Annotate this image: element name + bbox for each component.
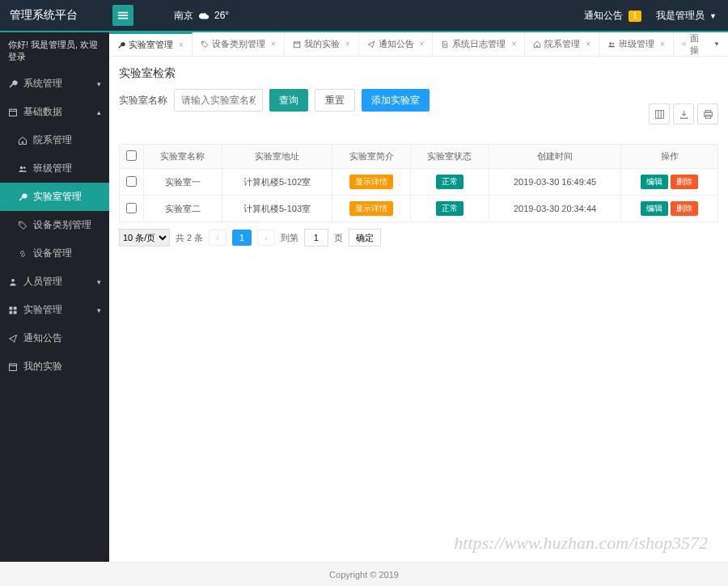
col-header-1: 实验室名称 <box>144 145 222 169</box>
tab-5[interactable]: 院系管理× <box>525 32 599 56</box>
pager-total: 共 2 条 <box>176 232 203 244</box>
pagination: 10 条/页 共 2 条 ‹ 1 › 到第 页 确定 <box>119 229 718 247</box>
pager-goto-input[interactable] <box>304 229 328 247</box>
close-icon[interactable]: × <box>586 40 590 48</box>
cell-addr: 计算机楼5-103室 <box>222 196 332 222</box>
sidebar-item-4[interactable]: 实验室管理 <box>0 183 109 211</box>
row-checkbox[interactable] <box>126 203 137 213</box>
sidebar-item-7[interactable]: 人员管理▾ <box>0 268 109 296</box>
weather-widget: 南京 26° <box>174 9 229 23</box>
svg-rect-0 <box>10 109 17 116</box>
tab-0[interactable]: 实验室管理× <box>109 32 193 56</box>
page-title: 实验室检索 <box>119 66 718 81</box>
svg-rect-11 <box>294 41 300 47</box>
sidebar-greeting: 你好! 我是管理员, 欢迎登录 <box>0 32 109 70</box>
columns-button[interactable] <box>649 103 670 124</box>
pager-page-1[interactable]: 1 <box>232 230 252 246</box>
sidebar-item-9[interactable]: 通知公告 <box>0 324 109 352</box>
lab-table: 实验室名称实验室地址实验室简介实验室状态创建时间操作 实验室一计算机楼5-102… <box>119 144 718 222</box>
sidebar-item-6[interactable]: 设备管理 <box>0 239 109 268</box>
app-logo: 管理系统平台 <box>0 8 109 23</box>
sidebar-item-0[interactable]: 系统管理▾ <box>0 70 109 98</box>
user-label: 我是管理员 <box>656 10 705 21</box>
tab-6[interactable]: 班级管理× <box>599 32 674 56</box>
footer: Copyright © 2019 <box>0 562 728 586</box>
col-header-2: 实验室地址 <box>222 145 332 169</box>
close-icon[interactable]: × <box>271 40 276 48</box>
tab-operations[interactable]: 页面操作 ▼ <box>674 32 728 56</box>
pager-prev[interactable]: ‹ <box>209 230 226 246</box>
detail-button[interactable]: 显示详情 <box>349 201 393 216</box>
reset-button[interactable]: 重置 <box>315 89 355 112</box>
tab-bar: 实验室管理×设备类别管理×我的实验×通知公告×系统日志管理×院系管理×班级管理×… <box>109 32 728 57</box>
columns-icon <box>654 109 665 120</box>
sidebar-item-label: 设备类别管理 <box>33 218 91 232</box>
sidebar-item-label: 我的实验 <box>23 360 62 373</box>
pager-confirm[interactable]: 确定 <box>349 229 381 247</box>
user-menu[interactable]: 我是管理员 ▼ <box>656 9 717 23</box>
svg-point-4 <box>11 278 15 281</box>
close-icon[interactable]: × <box>660 40 665 48</box>
page-size-select[interactable]: 10 条/页 <box>119 229 170 247</box>
tab-4[interactable]: 系统日志管理× <box>433 32 525 56</box>
tab-label: 班级管理 <box>619 38 654 50</box>
svg-point-1 <box>20 166 23 168</box>
sidebar-item-label: 实验管理 <box>23 303 62 317</box>
status-badge: 正常 <box>436 201 463 216</box>
query-button[interactable]: 查询 <box>269 89 308 112</box>
sidebar-item-2[interactable]: 院系管理 <box>0 126 109 154</box>
menu-icon <box>117 10 129 21</box>
sidebar-item-5[interactable]: 设备类别管理 <box>0 211 109 239</box>
delete-button[interactable]: 删除 <box>671 201 698 216</box>
cell-time: 2019-03-30 16:49:45 <box>489 169 621 196</box>
svg-point-3 <box>20 223 22 225</box>
chevron-icon: ▾ <box>97 306 101 314</box>
edit-button[interactable]: 编辑 <box>641 201 668 216</box>
sidebar-item-10[interactable]: 我的实验 <box>0 352 109 381</box>
cloud-icon <box>198 10 210 21</box>
sidebar-item-label: 实验室管理 <box>33 190 82 204</box>
add-lab-button[interactable]: 添加实验室 <box>362 89 430 112</box>
notice-link[interactable]: 通知公告 1 <box>584 9 641 23</box>
print-icon <box>703 109 713 120</box>
tab-label: 通知公告 <box>379 38 414 50</box>
tab-label: 院系管理 <box>544 38 580 50</box>
cell-name: 实验室一 <box>144 169 222 196</box>
topbar: 管理系统平台 南京 26° 通知公告 1 我是管理员 ▼ <box>0 0 728 32</box>
sidebar-item-8[interactable]: 实验管理▾ <box>0 296 109 324</box>
close-icon[interactable]: × <box>179 40 184 49</box>
row-checkbox[interactable] <box>126 176 137 187</box>
main-area: 实验室管理×设备类别管理×我的实验×通知公告×系统日志管理×院系管理×班级管理×… <box>109 32 728 562</box>
sidebar-item-1[interactable]: 基础数据▴ <box>0 98 109 126</box>
export-button[interactable] <box>673 103 694 124</box>
tab-label: 系统日志管理 <box>452 38 506 50</box>
sidebar-item-label: 基础数据 <box>23 105 62 119</box>
sidebar-toggle[interactable] <box>112 5 133 26</box>
edit-button[interactable]: 编辑 <box>641 175 668 189</box>
svg-point-10 <box>202 42 203 43</box>
tab-2[interactable]: 我的实验× <box>285 32 359 56</box>
pager-next[interactable]: › <box>257 230 275 246</box>
print-button[interactable] <box>697 103 718 124</box>
close-icon[interactable]: × <box>420 40 425 48</box>
close-icon[interactable]: × <box>511 40 516 48</box>
sidebar-item-label: 通知公告 <box>23 331 62 345</box>
delete-button[interactable]: 删除 <box>671 175 698 189</box>
tab-1[interactable]: 设备类别管理× <box>193 32 285 56</box>
sidebar-item-3[interactable]: 班级管理 <box>0 154 109 183</box>
sidebar: 你好! 我是管理员, 欢迎登录 系统管理▾基础数据▴院系管理班级管理实验室管理设… <box>0 32 109 562</box>
status-badge: 正常 <box>436 175 463 189</box>
export-icon <box>679 109 689 120</box>
lab-name-input[interactable] <box>174 89 263 112</box>
sidebar-item-label: 系统管理 <box>23 77 62 91</box>
select-all-checkbox[interactable] <box>126 150 137 161</box>
close-icon[interactable]: × <box>345 40 350 48</box>
tab-label: 实验室管理 <box>129 39 173 51</box>
col-header-5: 创建时间 <box>489 145 621 169</box>
search-label: 实验室名称 <box>119 94 167 108</box>
tab-3[interactable]: 通知公告× <box>359 32 434 56</box>
col-header-6: 操作 <box>621 145 718 169</box>
table-row: 实验室一计算机楼5-102室显示详情正常2019-03-30 16:49:45编… <box>120 169 718 196</box>
detail-button[interactable]: 显示详情 <box>349 175 393 189</box>
chevron-down-icon: ▼ <box>709 12 717 20</box>
